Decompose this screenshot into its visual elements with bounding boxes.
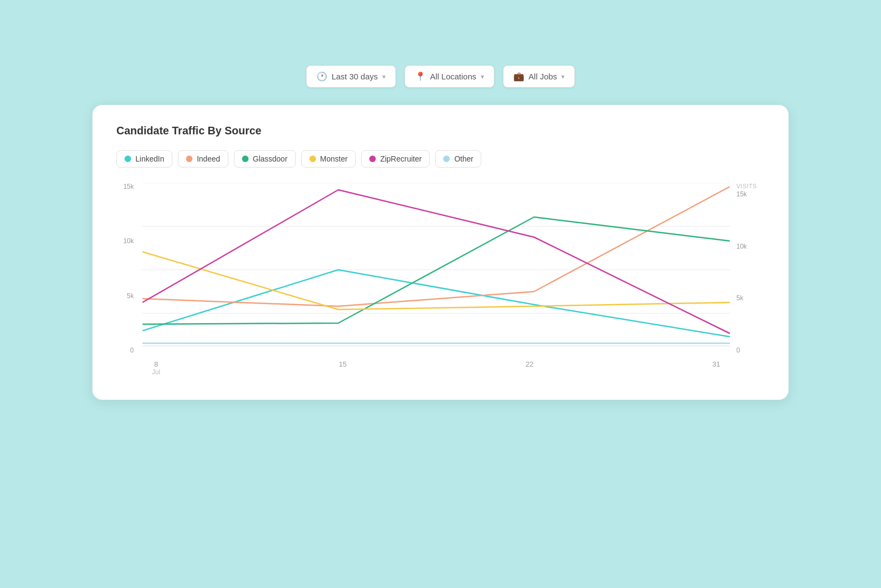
legend-item-other[interactable]: Other xyxy=(435,150,481,168)
chevron-down-icon: ▾ xyxy=(481,73,484,81)
legend-item-indeed[interactable]: Indeed xyxy=(178,150,228,168)
x-month: Jul xyxy=(152,368,160,376)
legend-dot-linkedin xyxy=(125,156,131,162)
legend-label-monster: Monster xyxy=(320,154,348,163)
legend-item-monster[interactable]: Monster xyxy=(301,150,356,168)
last30days-button[interactable]: 🕐 Last 30 days ▾ xyxy=(306,65,396,88)
toolbar: 🕐 Last 30 days ▾ 📍 All Locations ▾ 💼 All… xyxy=(306,65,575,88)
last30days-label: Last 30 days xyxy=(332,72,378,81)
legend-dot-monster xyxy=(309,156,316,162)
all-locations-label: All Locations xyxy=(430,72,476,81)
y-vals-right: 15k 10k 5k 0 xyxy=(736,190,747,354)
x-date: 15 xyxy=(339,360,346,368)
legend-label-indeed: Indeed xyxy=(197,154,220,163)
candidate-traffic-card: Candidate Traffic By Source LinkedInInde… xyxy=(92,105,789,400)
y-label-0: 0 xyxy=(130,346,134,354)
chart-inner: 8 Jul 15 22 31 xyxy=(142,183,730,376)
legend-dot-indeed xyxy=(186,156,193,162)
y-label-5k: 5k xyxy=(127,292,134,300)
chevron-down-icon: ▾ xyxy=(561,73,564,81)
y-label-10k: 10k xyxy=(123,237,134,245)
y-axis-right: VISITS 15k 10k 5k 0 xyxy=(732,183,765,354)
chart-area: 8 Jul 15 22 31 15k 10k xyxy=(116,183,765,376)
y-right-15k: 15k xyxy=(736,190,747,198)
x-label-15: 15 xyxy=(329,360,356,376)
legend-dot-glassdoor xyxy=(242,156,249,162)
legend-item-glassdoor[interactable]: Glassdoor xyxy=(234,150,296,168)
x-date: 8 xyxy=(154,360,158,368)
all-jobs-label: All Jobs xyxy=(529,72,557,81)
x-label-31: 31 xyxy=(703,360,730,376)
y-right-10k: 10k xyxy=(736,243,747,250)
card-title: Candidate Traffic By Source xyxy=(116,125,765,137)
clock-icon: 🕐 xyxy=(317,71,327,82)
y-right-0: 0 xyxy=(736,346,747,354)
x-axis-labels: 8 Jul 15 22 31 xyxy=(142,360,730,376)
legend-label-ziprecruiter: ZipRecruiter xyxy=(380,154,421,163)
x-date: 31 xyxy=(712,360,720,368)
location-icon: 📍 xyxy=(415,71,426,82)
y-label-15k: 15k xyxy=(123,183,134,190)
x-label-8: 8 Jul xyxy=(142,360,170,376)
legend-dot-ziprecruiter xyxy=(369,156,376,162)
legend-dot-other xyxy=(443,156,450,162)
all-locations-button[interactable]: 📍 All Locations ▾ xyxy=(405,65,494,88)
chart-legend: LinkedInIndeedGlassdoorMonsterZipRecruit… xyxy=(116,150,765,168)
x-label-22: 22 xyxy=(516,360,543,376)
visits-label: VISITS xyxy=(736,183,757,189)
chevron-down-icon: ▾ xyxy=(382,73,386,81)
y-right-5k: 5k xyxy=(736,294,747,302)
legend-item-ziprecruiter[interactable]: ZipRecruiter xyxy=(361,150,430,168)
briefcase-icon: 💼 xyxy=(513,71,524,82)
y-axis-left: 15k 10k 5k 0 xyxy=(116,183,138,354)
all-jobs-button[interactable]: 💼 All Jobs ▾ xyxy=(503,65,575,88)
legend-item-linkedin[interactable]: LinkedIn xyxy=(116,150,172,168)
line-chart-svg xyxy=(142,183,730,357)
x-date: 22 xyxy=(525,360,533,368)
legend-label-glassdoor: Glassdoor xyxy=(253,154,288,163)
legend-label-other: Other xyxy=(454,154,473,163)
legend-label-linkedin: LinkedIn xyxy=(135,154,164,163)
